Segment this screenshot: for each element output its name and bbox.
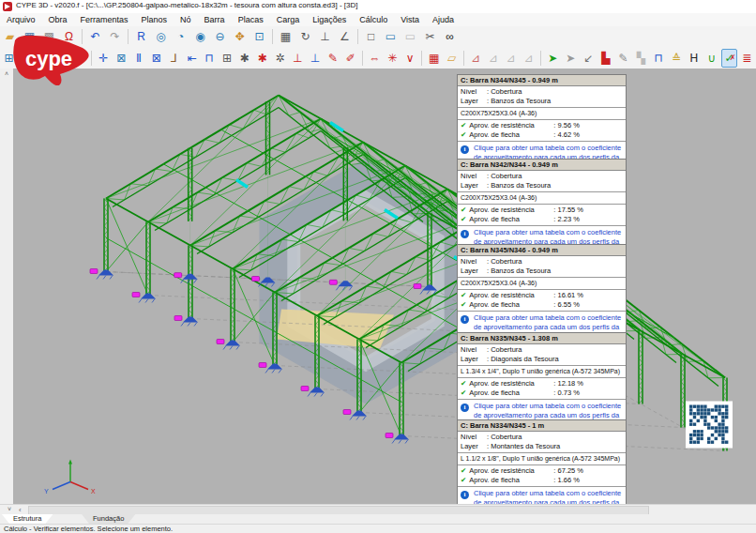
describe-profile-icon[interactable]: ⅃: [166, 49, 183, 68]
zoom-previous-icon[interactable]: ◔: [172, 27, 190, 46]
check-icon: ✔: [461, 206, 466, 214]
measure-star-icon[interactable]: ✳: [384, 49, 401, 68]
nivel-value: : Cobertura: [487, 257, 522, 266]
profile-row: C200X75X25X3.04 (A-36): [458, 108, 626, 120]
bar-info-levels: Nível: Cobertura Layer: Montantes da Tes…: [458, 432, 626, 453]
magnet-icon[interactable]: Ω: [60, 27, 79, 46]
undo-icon[interactable]: ↶: [86, 27, 105, 46]
strip-up-arrow[interactable]: ˄: [0, 70, 13, 77]
blocks-gray-icon[interactable]: ▚: [633, 49, 650, 68]
zoom-all-icon[interactable]: ◉: [191, 27, 210, 46]
bar-info-header: C: Barra N345/N346 - 0.949 m: [458, 245, 626, 256]
dimension-bar-icon[interactable]: ⇤: [184, 49, 201, 68]
edit-bar-icon[interactable]: ⊠: [148, 49, 165, 68]
blocks-icon[interactable]: ▙: [597, 49, 614, 68]
menu-item-no[interactable]: Nó: [174, 13, 198, 26]
title-bar[interactable]: CYPE 3D - v2020.f - [C:\...\GP.250804-ga…: [0, 0, 756, 14]
support-icon[interactable]: ≙: [668, 49, 685, 68]
snap-icon[interactable]: ✱: [236, 49, 253, 68]
resistencia-label: Aprov. de resistência: [469, 379, 553, 388]
reference-icon[interactable]: ⌐: [71, 49, 88, 68]
capture-icon[interactable]: ✲: [272, 49, 289, 68]
redo-icon[interactable]: ↷: [106, 27, 125, 46]
plane-icon-2[interactable]: ▢: [36, 49, 53, 68]
redraw-icon[interactable]: R: [132, 27, 151, 46]
edit-pencil-icon[interactable]: ✎: [615, 49, 632, 68]
3d-window-icon[interactable]: ⊞: [1, 49, 18, 68]
window-frame-icon[interactable]: □: [362, 27, 381, 46]
cut-icon[interactable]: ✂: [421, 27, 440, 46]
toolbar-edit: ⊞▢▢▢⌐✛⊠Ⅱ⊠⅃⇤⊓⊞✱✱✲⊥⊥✎✐⇔✳∨▦▱⊿⊿⊿⊿➤➤↙▙✎▚⊓≙H∪✓…: [0, 47, 756, 69]
flecha-label: Aprov. de flecha: [469, 476, 553, 485]
viewport-3d[interactable]: XY C: Barra N344/N345 - 0.949 m Nível: C…: [13, 69, 756, 504]
menu-item-ajuda[interactable]: Ajuda: [426, 13, 461, 26]
menu-item-placas[interactable]: Placas: [232, 13, 270, 26]
flecha-label: Aprov. de flecha: [469, 130, 553, 140]
redraw-window-icon[interactable]: ⊡: [250, 27, 269, 46]
tab-estrutura[interactable]: Estrutura: [2, 514, 53, 524]
resources-icon[interactable]: ▩: [40, 27, 59, 46]
beam-h-icon[interactable]: H: [686, 49, 703, 68]
menu-item-carga[interactable]: Carga: [270, 13, 307, 26]
arrow-gray-icon-1[interactable]: ⊿: [485, 49, 502, 68]
local-axis-icon[interactable]: ⊥: [289, 49, 306, 68]
viewport-canvas[interactable]: XY: [13, 69, 756, 504]
verify-elements-icon[interactable]: ✓✗: [721, 49, 738, 68]
check-icon: ✔: [461, 379, 466, 388]
menu-item-ligacoes[interactable]: Ligações: [306, 13, 353, 26]
search-icon[interactable]: ∞: [441, 27, 460, 46]
global-axis-icon[interactable]: ⊥: [307, 49, 324, 68]
zoom-out-icon[interactable]: ⊖: [211, 27, 230, 46]
move-node-icon[interactable]: ✛: [95, 49, 112, 68]
edit-node-icon[interactable]: ⊠: [113, 49, 129, 68]
report-icon[interactable]: ≣: [738, 49, 755, 68]
menu-item-obra[interactable]: Obra: [42, 13, 74, 26]
save-icon[interactable]: ▦: [21, 27, 39, 46]
menu-item-arquivo[interactable]: Arquivo: [0, 13, 42, 26]
bar-info-levels: Nível: Cobertura Layer: Banzos da Tesour…: [458, 86, 626, 108]
rotate-view-icon[interactable]: ↻: [296, 27, 315, 46]
scroll-left-arrow[interactable]: ‹: [19, 506, 22, 514]
arrow-gray-icon-3[interactable]: ⊿: [521, 49, 537, 68]
pencil-support-icon[interactable]: ✐: [342, 49, 359, 68]
table-icon[interactable]: ▦: [426, 49, 443, 68]
views-icon[interactable]: ▦: [277, 27, 295, 46]
check-icon: ✔: [461, 476, 466, 484]
screen-icon[interactable]: ▭: [382, 27, 401, 46]
dimension-frame-icon[interactable]: ⊓: [201, 49, 218, 68]
menu-item-planos[interactable]: Planos: [135, 13, 174, 26]
check-bar-icon[interactable]: ➤: [544, 49, 561, 68]
plane-icon-3[interactable]: ▢: [53, 49, 70, 68]
check-icon: ✔: [461, 215, 466, 223]
left-toolbar-strip[interactable]: ˄: [0, 69, 14, 504]
view-3d-icon[interactable]: ∠: [336, 27, 355, 46]
new-bar-icon[interactable]: Ⅱ: [130, 49, 147, 68]
strip-down-arrow[interactable]: ˅: [3, 506, 16, 512]
angle-icon[interactable]: ∨: [401, 49, 418, 68]
menu-item-barra[interactable]: Barra: [198, 13, 232, 26]
check-icon: ✔: [461, 121, 466, 129]
view-top-icon[interactable]: ⊥: [316, 27, 335, 46]
zoom-window-icon[interactable]: ◎: [152, 27, 171, 46]
pan-icon[interactable]: ✥: [231, 27, 249, 46]
pencil-icon[interactable]: ✎: [325, 49, 341, 68]
plotter-icon[interactable]: ▱: [444, 49, 461, 68]
hook-icon[interactable]: ∪: [703, 49, 720, 68]
arrow-edit-icon[interactable]: ⊿: [467, 49, 484, 68]
arrow-gray-icon-2[interactable]: ⊿: [503, 49, 520, 68]
grid-icon[interactable]: ⊞: [219, 49, 235, 68]
snap-off-icon[interactable]: ✱: [254, 49, 271, 68]
measure-icon[interactable]: ⇔: [367, 49, 384, 68]
portal-icon[interactable]: ⊓: [650, 49, 667, 68]
check-arrow-icon[interactable]: ↙: [580, 49, 597, 68]
plane-icon-1[interactable]: ▢: [18, 49, 35, 68]
menu-item-ferramentas[interactable]: Ferramentas: [74, 13, 135, 26]
layers-icon[interactable]: ▭: [401, 27, 420, 46]
tab-fundacao[interactable]: Fundação: [82, 514, 135, 524]
bar-info-panel: C: Barra N335/N345 - 1.308 m Nível: Cobe…: [457, 332, 627, 433]
menu-item-calculo[interactable]: Cálculo: [353, 13, 394, 26]
check-bar-gray-icon[interactable]: ➤: [562, 49, 579, 68]
nivel-label: Nível: [461, 87, 487, 97]
menu-item-vista[interactable]: Vista: [394, 13, 426, 26]
open-file-icon[interactable]: ▰: [1, 27, 20, 46]
